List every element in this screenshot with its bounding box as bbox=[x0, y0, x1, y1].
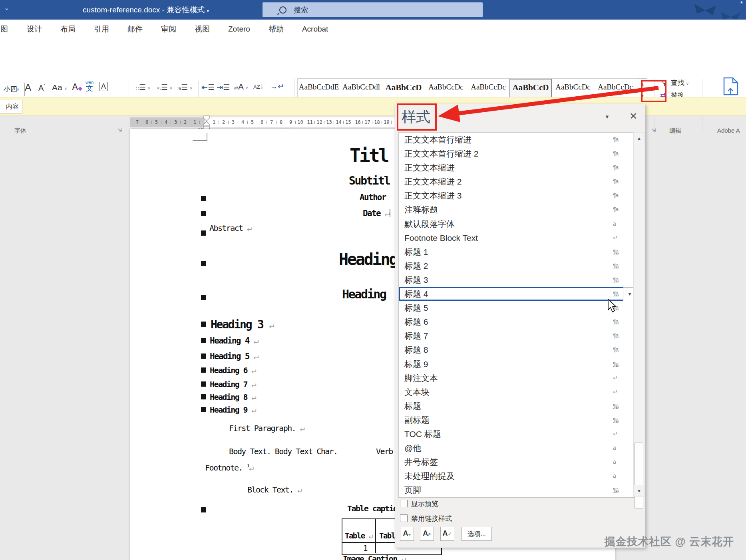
doc-heading4[interactable]: Heading 4 ↵ bbox=[210, 336, 259, 346]
style-item-正文文本缩进[interactable]: 正文文本缩进¶a bbox=[399, 161, 637, 175]
style-item-注释标题[interactable]: 注释标题¶a bbox=[399, 203, 637, 216]
clear-formatting-button[interactable]: A◆ bbox=[72, 82, 82, 93]
style-item-标题-7[interactable]: 标题 7¶a bbox=[399, 329, 637, 343]
doc-heading6[interactable]: Heading 6 ↵ bbox=[210, 365, 256, 375]
tab-1[interactable]: 设计 bbox=[18, 20, 51, 39]
style-item-副标题[interactable]: 副标题¶a bbox=[399, 413, 637, 427]
styles-list-scrollbar[interactable]: ▲ ▼ bbox=[633, 132, 644, 497]
doc-body-fragment[interactable]: Verb bbox=[376, 447, 393, 456]
phonetic-guide-button[interactable]: wén 文 bbox=[86, 80, 93, 92]
style-item-文本块[interactable]: 文本块↵ bbox=[399, 385, 637, 399]
doc-heading5[interactable]: Heading 5 ↵ bbox=[210, 351, 259, 361]
font-size-dropdown[interactable]: 小四 bbox=[1, 83, 25, 96]
pane-menu-icon[interactable]: ▼ bbox=[605, 114, 610, 120]
style-item-未处理的提及[interactable]: 未处理的提及a bbox=[399, 469, 637, 483]
show-marks-button[interactable]: →↵ bbox=[270, 82, 284, 91]
doc-heading1[interactable]: Heading bbox=[339, 250, 397, 268]
font-dialog-launcher[interactable]: ⇲ bbox=[117, 127, 123, 134]
bullets-button[interactable]: ∷☰ ˅ bbox=[136, 83, 150, 92]
multilevel-list-button[interactable]: ¹a☰ ˅ bbox=[177, 83, 192, 92]
pane-close-icon[interactable]: ✕ bbox=[629, 111, 637, 122]
sort-button[interactable]: AZ↓ bbox=[253, 82, 264, 91]
font-size-caret-icon[interactable]: ˅ bbox=[17, 83, 19, 96]
table-header-cell[interactable]: Tabl bbox=[379, 531, 395, 540]
style-item-正文文本缩进-2[interactable]: 正文文本缩进 2¶a bbox=[399, 175, 637, 189]
doc-subtitle[interactable]: Subtitl bbox=[349, 174, 390, 187]
doc-body-text[interactable]: Body Text. Body Text Char. bbox=[229, 447, 337, 456]
style-item-正文文本缩进-3[interactable]: 正文文本缩进 3¶a bbox=[399, 189, 637, 203]
doc-abstract[interactable]: Abstract ↵ bbox=[209, 223, 252, 233]
doc-heading8[interactable]: Heading 8 ↵ bbox=[210, 392, 256, 402]
table-data-cell[interactable]: 1 bbox=[363, 544, 367, 552]
doc-heading9[interactable]: Heading 9 ↵ bbox=[210, 405, 256, 415]
change-case-button[interactable]: Aa ˅ bbox=[52, 83, 67, 92]
increase-indent-button[interactable]: ⇥☰ bbox=[217, 83, 230, 92]
table-header-cell[interactable]: Table ↵ bbox=[345, 531, 373, 540]
doc-title[interactable]: Titl bbox=[350, 145, 388, 166]
character-scaling-button[interactable]: ⇄A ˅ bbox=[234, 82, 248, 91]
ruler-margin-section[interactable]: 7654321 bbox=[130, 117, 205, 127]
tab-draw-partial[interactable]: 绘图 bbox=[0, 20, 15, 39]
search-input[interactable]: 搜索 bbox=[263, 2, 483, 17]
scrollbar-thumb[interactable] bbox=[635, 443, 643, 508]
style-item-正文文本首行缩进[interactable]: 正文文本首行缩进¶a bbox=[399, 133, 637, 147]
grow-font-button[interactable]: Aˆ bbox=[25, 82, 33, 93]
tab-8[interactable]: 帮助 bbox=[259, 20, 293, 39]
paragraph-char-type-icon: ¶a bbox=[613, 175, 625, 189]
shrink-font-button[interactable]: Aˇ bbox=[38, 83, 45, 93]
manage-styles-button[interactable]: A✓ bbox=[440, 527, 454, 541]
tab-3[interactable]: 引用 bbox=[85, 20, 118, 39]
style-item-标题[interactable]: 标题¶a bbox=[399, 399, 637, 413]
style-item-Footnote-Block-Text[interactable]: Footnote Block Text↵ bbox=[399, 231, 637, 245]
style-item-标题-6[interactable]: 标题 6¶a bbox=[399, 315, 637, 329]
ruler-number: 13 bbox=[325, 119, 333, 125]
ribbon-collapse-icon[interactable]: ⌄ bbox=[4, 4, 9, 12]
new-style-button[interactable]: A₊ bbox=[400, 527, 414, 541]
options-button[interactable]: 选项... bbox=[462, 527, 492, 541]
doc-image-caption[interactable]: Image Caption ↵ bbox=[343, 554, 406, 560]
doc-table-caption[interactable]: Table captio bbox=[347, 504, 397, 513]
numbering-button[interactable]: ¹²₃☰ ˅ bbox=[157, 83, 172, 92]
styles-dialog-launcher[interactable]: ⇲ bbox=[651, 127, 657, 134]
style-item-标题-3[interactable]: 标题 3¶a bbox=[399, 273, 637, 287]
tab-6[interactable]: 视图 bbox=[185, 20, 219, 39]
decrease-indent-button[interactable]: ⇤☰ bbox=[201, 83, 215, 92]
tab-2[interactable]: 布局 bbox=[51, 20, 85, 39]
paragraph-char-type-icon: ¶a bbox=[613, 343, 625, 357]
style-item-标题-2[interactable]: 标题 2¶a bbox=[399, 259, 637, 273]
style-item-井号标签[interactable]: 井号标签a bbox=[399, 455, 637, 469]
character-border-button[interactable]: A bbox=[99, 82, 108, 91]
tab-5[interactable]: 审阅 bbox=[152, 20, 185, 39]
style-item-标题-5[interactable]: 标题 5¶a bbox=[399, 301, 637, 315]
tab-9[interactable]: Acrobat bbox=[293, 20, 337, 39]
style-item--他[interactable]: @他a bbox=[399, 441, 637, 455]
show-preview-checkbox[interactable] bbox=[400, 500, 408, 507]
tab-7[interactable]: Zotero bbox=[219, 20, 259, 39]
indent-markers[interactable] bbox=[201, 115, 212, 130]
doc-footnote[interactable]: Footnote. 1↵ bbox=[205, 463, 254, 473]
doc-first-paragraph[interactable]: First Paragraph. ↵ bbox=[229, 423, 305, 433]
style-item-TOC-标题[interactable]: TOC 标题↵ bbox=[399, 427, 637, 441]
style-item-正文文本首行缩进-2[interactable]: 正文文本首行缩进 2¶a bbox=[399, 147, 637, 161]
doc-heading2[interactable]: Heading bbox=[342, 287, 386, 301]
style-item-默认段落字体[interactable]: 默认段落字体a bbox=[399, 217, 637, 231]
enable-content-button[interactable]: 内容 bbox=[0, 100, 22, 113]
adobe-group-label: Adobe A bbox=[717, 127, 745, 134]
tab-4[interactable]: 邮件 bbox=[118, 20, 152, 39]
scroll-down-icon[interactable]: ▼ bbox=[634, 485, 645, 497]
doc-author[interactable]: Author bbox=[360, 193, 386, 202]
disable-linked-styles-checkbox[interactable] bbox=[400, 514, 408, 522]
doc-heading3[interactable]: Heading 3 ↵ bbox=[211, 318, 274, 331]
style-item-标题-4[interactable]: 标题 4¶a▼ bbox=[399, 287, 637, 301]
style-item-标题-1[interactable]: 标题 1¶a bbox=[399, 245, 637, 259]
doc-date[interactable]: Date ↵ bbox=[363, 209, 390, 218]
scroll-up-icon[interactable]: ▲ bbox=[634, 132, 645, 144]
style-inspector-button[interactable]: A⌕ bbox=[420, 527, 434, 541]
doc-block-text[interactable]: Block Text. ↵ bbox=[247, 485, 302, 494]
style-item-页脚[interactable]: 页脚¶a bbox=[399, 483, 637, 497]
create-pdf-icon[interactable] bbox=[720, 76, 741, 99]
style-item-标题-9[interactable]: 标题 9¶a bbox=[399, 357, 637, 371]
style-item-脚注文本[interactable]: 脚注文本↵ bbox=[399, 371, 637, 385]
style-item-标题-8[interactable]: 标题 8¶a bbox=[399, 343, 637, 357]
doc-heading7[interactable]: Heading 7 ↵ bbox=[210, 379, 256, 389]
